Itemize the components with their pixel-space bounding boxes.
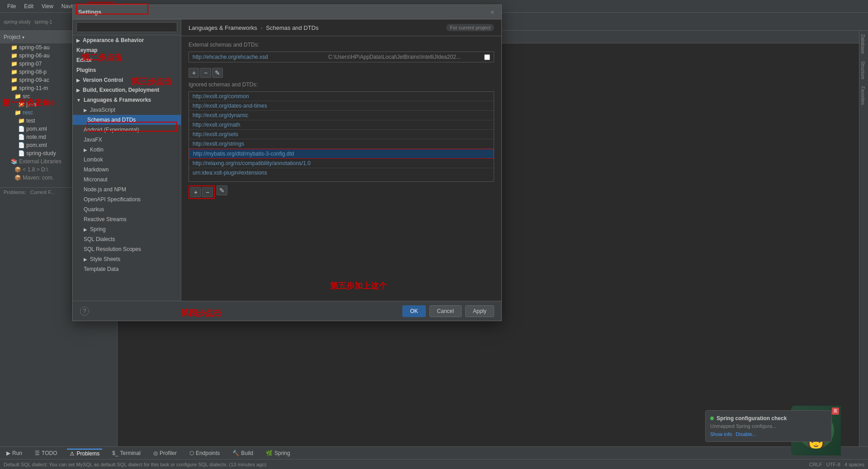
nav-schemas-label: Schemas and DTDs (87, 117, 136, 123)
nav-appearance[interactable]: ▶ Appearance & Behavior (73, 35, 181, 45)
bottom-tab-spring[interactable]: 🌿 Spring (263, 449, 293, 457)
nav-languages[interactable]: ▼ Languages & Frameworks (73, 95, 181, 105)
spring-popup-title: Spring configuration check (710, 415, 827, 422)
nav-schemas-dtds[interactable]: Schemas and DTDs (73, 115, 181, 125)
nav-android[interactable]: Android (Experimental) (73, 125, 181, 135)
nav-style-sheets[interactable]: ▶ Style Sheets (73, 254, 181, 264)
tab-label: spring-1 (34, 19, 52, 24)
add-external-button[interactable]: + (189, 68, 199, 78)
edit-external-button[interactable]: ✎ (212, 68, 223, 78)
status-bar: Default SQL dialect: You can set MySQL a… (0, 459, 868, 469)
nav-sql-resolution[interactable]: SQL Resolution Scopes (73, 244, 181, 254)
ignored-item-3[interactable]: http://exslt.org/math (189, 120, 494, 130)
content-header: Languages & Frameworks › Schemas and DTD… (181, 19, 501, 36)
ignored-item-6[interactable]: http://mybatis.org/dtd/mybatis-3-config.… (189, 149, 494, 159)
breadcrumb: Languages & Frameworks › Schemas and DTD… (189, 24, 319, 31)
ignored-item-4[interactable]: http://exslt.org/sets (189, 130, 494, 139)
menu-edit[interactable]: Edit (20, 2, 37, 11)
ignored-item-0[interactable]: http://exslt.org/common (189, 92, 494, 101)
problems-label: Problems (76, 450, 99, 457)
avatar-badge: 英 (832, 407, 839, 415)
nav-lombok[interactable]: Lombok (73, 155, 181, 165)
nav-keymap[interactable]: Keymap (73, 45, 181, 55)
nav-openapi[interactable]: OpenAPI Specifications (73, 194, 181, 204)
spring-popup-message: Unmapped Spring configura... (710, 423, 827, 429)
nav-version-control[interactable]: ▶ Version Control (73, 75, 181, 85)
status-message: Default SQL dialect: You can set MySQL a… (4, 462, 266, 467)
ignored-item-7[interactable]: http://relaxng.org/ns/compatibility/anno… (189, 159, 494, 168)
nav-nodejs-label: Node.js and NPM (84, 186, 126, 193)
remove-external-button[interactable]: − (200, 68, 211, 78)
menu-file[interactable]: File (4, 2, 19, 11)
nav-plugins[interactable]: Plugins (73, 65, 181, 75)
spring-status-dot (710, 417, 714, 420)
help-button[interactable]: ? (80, 307, 89, 316)
ignored-item-8[interactable]: urn:idea:xslt-plugin#extensions (189, 168, 494, 177)
nav-quarkus[interactable]: Quarkus (73, 204, 181, 214)
add-ignored-button[interactable]: + (190, 187, 201, 197)
show-info-link[interactable]: Show info (710, 431, 732, 437)
nav-template-data[interactable]: Template Data (73, 264, 181, 274)
dialog-titlebar: Settings × (73, 5, 501, 19)
menu-view[interactable]: View (38, 2, 57, 11)
nav-build[interactable]: ▶ Build, Execution, Deployment (73, 85, 181, 95)
nav-plugins-label: Plugins (76, 67, 96, 73)
nav-stylesheets-label: Style Sheets (90, 256, 120, 262)
bottom-tab-build[interactable]: 🔨 Build (230, 449, 256, 457)
schema-row-1[interactable]: http://ehcache.org/ehcache.xsd C:\Users\… (189, 52, 494, 62)
dialog-title: Settings (78, 9, 101, 15)
bottom-tab-todo[interactable]: ☰ TODO (32, 449, 60, 457)
search-input[interactable] (76, 22, 177, 32)
chevron-right-icon-ss: ▶ (84, 257, 87, 262)
chevron-down-icon: ▾ (22, 35, 24, 40)
nav-kotlin[interactable]: ▶ Kotlin (73, 145, 181, 155)
nav-markdown[interactable]: Markdown (73, 165, 181, 175)
nav-spring-label: Spring (90, 226, 106, 232)
close-button[interactable]: × (489, 9, 496, 16)
chevron-right-icon-build: ▶ (76, 88, 80, 93)
settings-dialog: Settings × ▶ Appearance & Behavior Keyma… (72, 5, 502, 321)
edit-ignored-button[interactable]: ✎ (217, 185, 227, 195)
nav-template-label: Template Data (84, 266, 118, 272)
ignored-item-5[interactable]: http://exslt.org/strings (189, 139, 494, 149)
build-icon: 🔨 (232, 450, 239, 456)
disable-link[interactable]: Disable... (736, 431, 756, 437)
apply-button[interactable]: Apply (465, 305, 494, 317)
nav-javafx[interactable]: JavaFX (73, 135, 181, 145)
todo-label: TODO (42, 450, 57, 456)
chevron-right-icon-kotlin: ▶ (84, 147, 87, 152)
nav-sql-dialects-label: SQL Dialects (84, 236, 115, 242)
terminal-label: Terminal (120, 450, 141, 456)
spring-icon: 🌿 (266, 450, 273, 456)
dialog-footer: ? OK Cancel Apply (73, 301, 501, 321)
remove-ignored-button[interactable]: − (202, 187, 213, 197)
bottom-tab-problems[interactable]: ⚠ Problems (67, 449, 102, 458)
favorites-tab[interactable]: Favorites (859, 83, 868, 109)
bottom-tab-endpoints[interactable]: ⬡ Endpoints (187, 449, 222, 457)
bottom-tab-profiler[interactable]: ◎ Profiler (151, 449, 179, 457)
schema-checkbox-1[interactable] (484, 54, 490, 60)
bottom-tab-run[interactable]: ▶ Run (4, 449, 25, 457)
nav-android-label: Android (Experimental) (84, 127, 139, 133)
nav-editor[interactable]: Editor (73, 55, 181, 65)
database-tab[interactable]: Database (859, 31, 868, 57)
project-label: spring-study (4, 19, 31, 24)
nav-sql-dialects[interactable]: SQL Dialects (73, 234, 181, 244)
nav-kotlin-label: Kotlin (90, 147, 104, 153)
nav-micronaut[interactable]: Micronaut (73, 175, 181, 185)
nav-lombok-label: Lombok (84, 156, 103, 163)
profiler-icon: ◎ (153, 450, 158, 456)
nav-reactive-streams[interactable]: Reactive Streams (73, 214, 181, 224)
nav-nodejs[interactable]: Node.js and NPM (73, 185, 181, 194)
ok-button[interactable]: OK (402, 305, 425, 317)
ignored-item-2[interactable]: http://exslt.org/dynamic (189, 111, 494, 120)
bottom-tab-terminal[interactable]: $_ Terminal (109, 449, 143, 457)
nav-openapi-label: OpenAPI Specifications (84, 196, 141, 203)
content-body: External schemas and DTDs: http://ehcach… (181, 36, 501, 301)
cancel-button[interactable]: Cancel (429, 305, 462, 317)
nav-spring[interactable]: ▶ Spring (73, 224, 181, 234)
structure-tab[interactable]: Structure (859, 57, 868, 83)
ignored-item-1[interactable]: http://exslt.org/dates-and-times (189, 101, 494, 111)
nav-sql-res-label: SQL Resolution Scopes (84, 246, 141, 252)
nav-javascript[interactable]: ▶ JavaScript (73, 105, 181, 115)
